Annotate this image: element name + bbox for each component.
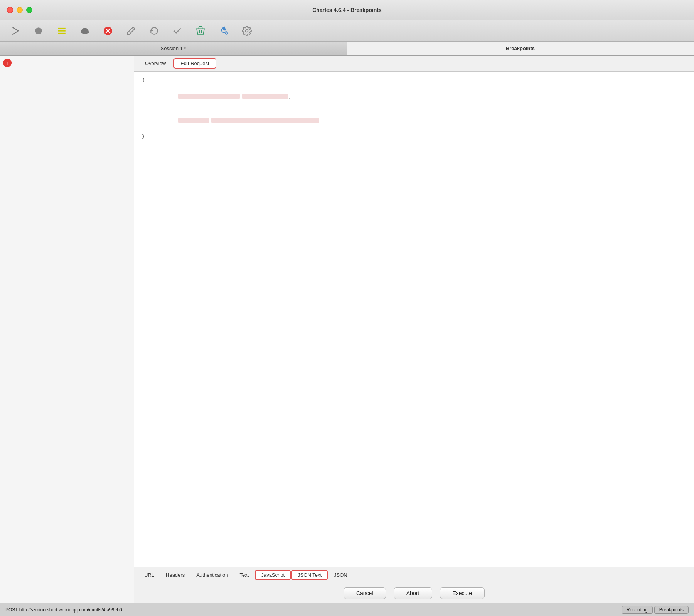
code-editor[interactable]: { , } xyxy=(134,72,694,567)
main-area: ↑ Overview Edit Request { , } xyxy=(0,56,694,603)
main-tab-bar: Session 1 * Breakpoints xyxy=(0,42,694,56)
tab-session1[interactable]: Session 1 * xyxy=(0,42,347,55)
svg-point-10 xyxy=(246,29,248,32)
toolbar xyxy=(0,20,694,42)
code-line-open-brace: { xyxy=(142,76,686,84)
tab-headers[interactable]: Headers xyxy=(160,571,190,579)
right-panel: Overview Edit Request { , } URL Heade xyxy=(134,56,694,603)
svg-point-0 xyxy=(35,27,42,34)
settings-icon[interactable] xyxy=(241,25,253,37)
maximize-button[interactable] xyxy=(26,7,32,13)
tab-javascript[interactable]: JavaScript xyxy=(255,570,291,580)
title-bar: Charles 4.6.4 - Breakpoints xyxy=(0,0,694,20)
sub-tab-bar: Overview Edit Request xyxy=(134,56,694,72)
code-line-2 xyxy=(142,108,686,132)
start-recording-icon[interactable] xyxy=(9,25,22,37)
tab-breakpoints[interactable]: Breakpoints xyxy=(347,42,694,55)
close-button[interactable] xyxy=(7,7,13,13)
validate-icon[interactable] xyxy=(171,25,184,37)
sniff-icon[interactable] xyxy=(79,25,91,37)
tab-json[interactable]: JSON xyxy=(328,571,353,579)
tab-text[interactable]: Text xyxy=(234,571,254,579)
status-bar: POST http://szminorshort.weixin.qq.com/m… xyxy=(0,603,694,616)
code-line-close-brace: } xyxy=(142,133,686,141)
window-title: Charles 4.6.4 - Breakpoints xyxy=(312,7,382,13)
breakpoints-badge[interactable]: Breakpoints xyxy=(654,606,689,614)
abort-button[interactable]: Abort xyxy=(394,587,432,599)
execute-button[interactable]: Execute xyxy=(440,587,485,599)
status-url: POST http://szminorshort.weixin.qq.com/m… xyxy=(5,607,122,613)
compose-icon[interactable] xyxy=(125,25,137,37)
bottom-tab-bar: URL Headers Authentication Text JavaScri… xyxy=(134,567,694,583)
status-badges: Recording Breakpoints xyxy=(622,606,689,614)
cancel-button[interactable]: Cancel xyxy=(344,587,386,599)
left-panel: ↑ xyxy=(0,56,134,603)
action-bar: Cancel Abort Execute xyxy=(134,583,694,603)
refresh-icon[interactable] xyxy=(148,25,160,37)
record-icon[interactable] xyxy=(32,25,45,37)
window-controls xyxy=(7,7,32,13)
tab-overview[interactable]: Overview xyxy=(139,59,172,68)
minimize-button[interactable] xyxy=(17,7,23,13)
tab-json-text[interactable]: JSON Text xyxy=(291,570,328,580)
throttle-icon[interactable] xyxy=(56,25,68,37)
clear-icon[interactable] xyxy=(194,25,207,37)
tab-authentication[interactable]: Authentication xyxy=(191,571,233,579)
tab-url[interactable]: URL xyxy=(139,571,160,579)
tools-icon[interactable] xyxy=(217,25,230,37)
recording-badge[interactable]: Recording xyxy=(622,606,653,614)
code-line-1: , xyxy=(142,84,686,108)
upload-icon: ↑ xyxy=(3,59,12,67)
tab-edit-request[interactable]: Edit Request xyxy=(174,58,216,69)
breakpoint-toggle-icon[interactable] xyxy=(102,25,114,37)
